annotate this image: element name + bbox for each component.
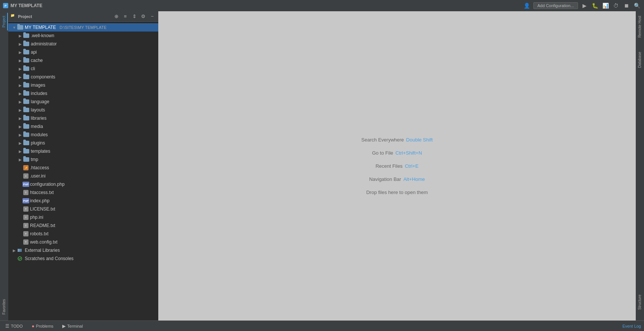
tree-folder-cache[interactable]: ▶ cache — [8, 56, 158, 65]
folder-icon-layouts — [23, 108, 29, 112]
tree-file-htaccess-txt[interactable]: ▶ T htaccess.txt — [8, 188, 158, 197]
file-icon-readme-txt: T — [23, 223, 29, 228]
problems-icon: ● — [32, 323, 35, 329]
account-button[interactable]: 👤 — [523, 2, 531, 10]
coverage-button[interactable]: 📊 — [601, 2, 609, 10]
chevron-libraries: ▶ — [17, 115, 23, 121]
folder-icon-includes — [23, 91, 29, 96]
folder-icon-libraries — [23, 116, 29, 120]
tree-scratches[interactable]: ▶ Scratches and Consoles — [8, 254, 158, 263]
tree-folder-images[interactable]: ▶ images — [8, 81, 158, 89]
tree-file-readme-txt[interactable]: ▶ T README.txt — [8, 221, 158, 230]
file-label-robots-txt: robots.txt — [30, 231, 48, 236]
add-config-button[interactable]: Add Configuration... — [533, 2, 578, 9]
debug-button[interactable]: 🐛 — [591, 2, 599, 10]
editor-area: Search Everywhere Double Shift Go to Fil… — [158, 11, 636, 320]
tree-file-web-config-txt[interactable]: ▶ T web.config.txt — [8, 238, 158, 246]
chevron-components: ▶ — [17, 74, 23, 80]
terminal-label: Terminal — [67, 324, 83, 328]
hint-goto-file: Go to File Ctrl+Shift+N — [372, 150, 422, 156]
file-icon-user-ini: ≡ — [23, 173, 29, 179]
tab-terminal[interactable]: ▶ Terminal — [60, 323, 85, 329]
chevron-external-libs: ▶ — [11, 247, 17, 253]
tree-file-configuration-php[interactable]: ▶ PHP configuration.php — [8, 180, 158, 188]
tree-folder-administrator[interactable]: ▶ administrator — [8, 40, 158, 48]
expand-all-button[interactable]: ⇕ — [131, 13, 138, 20]
panel-toolbar: 📁 Project ⊕ ≡ ⇕ ⚙ − — [8, 11, 158, 22]
tree-file-index-php[interactable]: ▶ PHP index.php — [8, 197, 158, 205]
chevron-modules: ▶ — [17, 132, 23, 138]
file-label-license-txt: LICENSE.txt — [30, 206, 55, 212]
file-label-php-ini: php.ini — [30, 215, 43, 220]
folder-icon-cli — [23, 66, 29, 71]
file-icon-configuration-php: PHP — [23, 182, 29, 187]
tree-file-php-ini[interactable]: ▶ ≡ php.ini — [8, 213, 158, 221]
tree-folder-templates[interactable]: ▶ templates — [8, 147, 158, 155]
tree-folder-layouts[interactable]: ▶ layouts — [8, 106, 158, 114]
tree-folder-cli[interactable]: ▶ cli — [8, 65, 158, 73]
search-everywhere-button[interactable]: 🔍 — [633, 2, 641, 10]
folder-icon-tmp — [23, 157, 29, 162]
scratches-icon — [17, 256, 23, 261]
sidebar-item-remote-host[interactable]: Remote Host — [636, 13, 644, 41]
stop-button[interactable]: ⏹ — [622, 2, 630, 10]
sidebar-item-favorites[interactable]: Favorites — [1, 296, 8, 317]
sidebar-item-database[interactable]: Database — [636, 49, 644, 71]
tree-folder-libraries[interactable]: ▶ libraries — [8, 114, 158, 122]
tab-todo[interactable]: ☰ TODO — [3, 323, 25, 329]
folder-icon-cache — [23, 58, 29, 63]
tree-file-htaccess[interactable]: ▶ 🔑 .htaccess — [8, 164, 158, 172]
chevron-well-known: ▶ — [17, 33, 23, 39]
sidebar-item-structure[interactable]: Structure — [636, 292, 644, 313]
app-icon: P — [3, 3, 8, 8]
tree-root[interactable]: ▼ MY TEMPLATE D:\SITES\MY TEMPLATE — [8, 23, 158, 32]
folder-label-images: images — [31, 83, 45, 88]
tree-folder-modules[interactable]: ▶ modules — [8, 131, 158, 139]
chevron-language: ▶ — [17, 99, 23, 105]
profile-button[interactable]: ⏱ — [612, 2, 620, 10]
tree-folder-plugins[interactable]: ▶ plugins — [8, 139, 158, 147]
project-panel: 📁 Project ⊕ ≡ ⇕ ⚙ − ▼ MY TEMPLATE D:\SIT… — [8, 11, 158, 320]
tree-file-robots-txt[interactable]: ▶ T robots.txt — [8, 230, 158, 238]
settings-button[interactable]: ⚙ — [140, 13, 147, 20]
tree-folder-tmp[interactable]: ▶ tmp — [8, 155, 158, 164]
event-log-link[interactable]: Event Log — [622, 324, 641, 328]
todo-label: TODO — [11, 324, 23, 328]
folder-icon-media — [23, 124, 29, 129]
tree-folder-api[interactable]: ▶ api — [8, 48, 158, 56]
tree-external-libraries[interactable]: ▶ External Libraries — [8, 246, 158, 254]
folder-label-plugins: plugins — [31, 140, 45, 146]
file-label-web-config-txt: web.config.txt — [30, 239, 57, 245]
file-label-user-ini: .user.ini — [30, 173, 45, 179]
folder-label-media: media — [31, 124, 43, 129]
shortcut-recent-files: Ctrl+E — [405, 163, 418, 169]
folder-label-cli: cli — [31, 66, 35, 71]
panel-folder-icon: 📁 — [11, 14, 17, 20]
file-icon-robots-txt: T — [23, 231, 29, 236]
tree-file-license-txt[interactable]: ▶ T LICENSE.txt — [8, 205, 158, 213]
hint-recent-files: Recent Files Ctrl+E — [375, 163, 419, 169]
app-title: MY TEMPLATE — [11, 3, 42, 8]
locate-file-button[interactable]: ⊕ — [113, 13, 120, 20]
file-icon-htaccess: 🔑 — [23, 165, 29, 170]
tree-file-user-ini[interactable]: ▶ ≡ .user.ini — [8, 172, 158, 180]
sidebar-item-project[interactable]: Project — [1, 13, 8, 30]
hide-panel-button[interactable]: − — [149, 13, 156, 20]
folder-label-administrator: administrator — [31, 41, 57, 47]
chevron-layouts: ▶ — [17, 107, 23, 113]
tree-folder-components[interactable]: ▶ components — [8, 73, 158, 81]
tree-folder-well-known[interactable]: ▶ .well-known — [8, 32, 158, 40]
todo-icon: ☰ — [5, 323, 9, 329]
tab-problems[interactable]: ● Problems — [30, 323, 56, 329]
folder-label-layouts: layouts — [31, 107, 45, 113]
chevron-cache: ▶ — [17, 57, 23, 63]
run-button[interactable]: ▶ — [580, 2, 588, 10]
collapse-all-button[interactable]: ≡ — [122, 13, 129, 20]
tree-folder-includes[interactable]: ▶ includes — [8, 89, 158, 98]
folder-icon-api — [23, 50, 29, 54]
chevron-includes: ▶ — [17, 90, 23, 96]
top-toolbar: P MY TEMPLATE 👤 Add Configuration... ▶ 🐛… — [0, 0, 644, 11]
tree-folder-language[interactable]: ▶ language — [8, 98, 158, 106]
chevron-cli: ▶ — [17, 66, 23, 72]
tree-folder-media[interactable]: ▶ media — [8, 122, 158, 131]
